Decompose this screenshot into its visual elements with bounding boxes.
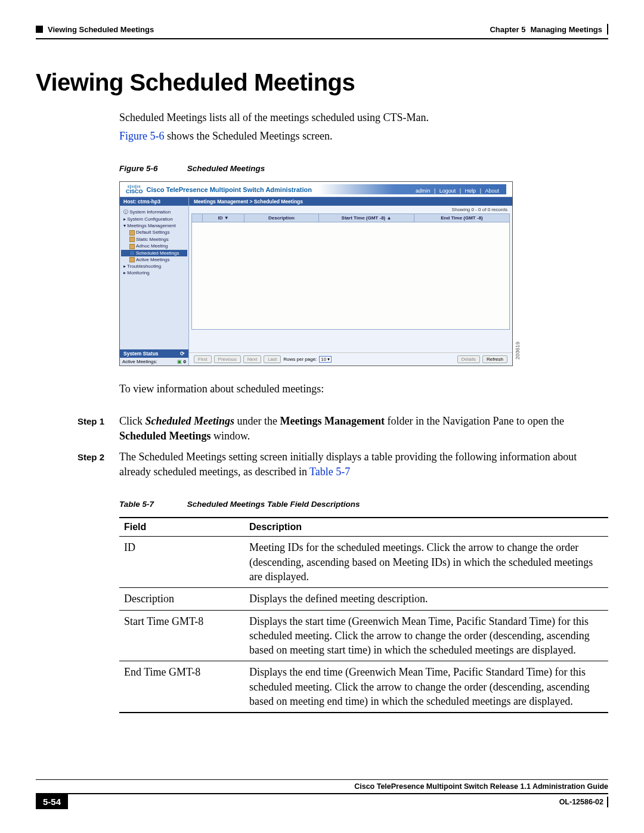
nav-monitoring[interactable]: ▸ Monitoring [121, 270, 187, 276]
step-2-label: Step 2 [78, 450, 119, 479]
table-row: Description Displays the defined meeting… [119, 588, 608, 610]
nav-default-settings[interactable]: Default Settings [121, 229, 187, 236]
header-bar-icon [607, 24, 608, 35]
cell-field: Start Time GMT-8 [119, 610, 244, 661]
cisco-logo-icon: ı|ıı|ıı CISCO [126, 184, 143, 194]
intro-p2-tail: shows the Scheduled Meetings screen. [165, 130, 333, 142]
rows-per-page-label: Rows per page: [283, 357, 317, 362]
last-button[interactable]: Last [264, 355, 281, 363]
step-1: Step 1 Click Scheduled Meetings under th… [119, 414, 608, 444]
first-button[interactable]: First [194, 355, 212, 363]
col-end-time[interactable]: End Time (GMT -8) [414, 214, 510, 222]
table-title: Scheduled Meetings Table Field Descripti… [187, 500, 360, 509]
page-header: Viewing Scheduled Meetings Chapter 5 Man… [36, 24, 608, 35]
user-label: admin [416, 188, 431, 194]
refresh-icon[interactable]: ⟳ [180, 351, 185, 357]
figure-title: Scheduled Meetings [187, 164, 265, 173]
banner: admin | Logout | Help | About [318, 184, 506, 194]
page-footer: Cisco TelePresence Multipoint Switch Rel… [36, 779, 608, 809]
details-button[interactable]: Details [457, 355, 480, 363]
chapter-title: Managing Meetings [530, 25, 602, 34]
meetings-table-body [191, 222, 510, 330]
rows-per-page-select[interactable]: 10 ▾ [319, 356, 332, 363]
table-row: Start Time GMT-8 Displays the start time… [119, 610, 608, 661]
nav-troubleshooting[interactable]: ▸ Troubleshooting [121, 263, 187, 270]
meetings-table-header: ID ▼ Description Start Time (GMT -8) ▲ E… [191, 213, 510, 222]
table-row: ID Meeting IDs for the scheduled meeting… [119, 537, 608, 588]
cell-desc: Displays the start time (Greenwich Mean … [244, 610, 608, 661]
cell-field: End Time GMT-8 [119, 661, 244, 713]
nav-system-information[interactable]: ⓘ System Information [121, 208, 187, 216]
figure-caption: Figure 5-6 Scheduled Meetings [119, 164, 608, 173]
nav-system-configuration[interactable]: ▸ System Configuration [121, 216, 187, 222]
system-status-header: System Status ⟳ [120, 349, 188, 358]
intro-p1: Scheduled Meetings lists all of the meet… [119, 110, 608, 125]
nav-adhoc-meeting[interactable]: Adhoc Meeting [121, 243, 187, 249]
nav-active-meetings[interactable]: Active Meetings [121, 256, 187, 263]
field-descriptions-table: Field Description ID Meeting IDs for the… [119, 517, 608, 713]
cell-field: Description [119, 588, 244, 610]
chapter-label: Chapter 5 [490, 25, 525, 34]
folder-icon [129, 244, 135, 249]
help-link[interactable]: Help [465, 188, 476, 194]
footer-guide-title: Cisco TelePresence Multipoint Switch Rel… [83, 780, 608, 793]
sidebar: Host: ctms-hp3 ⓘ System Information ▸ Sy… [120, 197, 189, 366]
table-footer: First Previous Next Last Rows per page: … [189, 352, 512, 366]
footer-bar-icon [607, 797, 608, 807]
header-links: admin | Logout | Help | About [413, 188, 501, 194]
previous-button[interactable]: Previous [214, 355, 241, 363]
after-figure-text: To view information about scheduled meet… [119, 382, 608, 397]
host-label: Host: ctms-hp3 [120, 197, 188, 206]
image-id: 203619 [515, 342, 521, 360]
step-1-label: Step 1 [78, 414, 119, 444]
folder-icon [129, 257, 135, 262]
section-name: Viewing Scheduled Meetings [48, 25, 154, 34]
table-caption: Table 5-7 Scheduled Meetings Table Field… [119, 500, 608, 509]
cell-desc: Displays the defined meeting description… [244, 588, 608, 610]
header-rule [36, 38, 608, 39]
records-count: Showing 0 - 0 of 0 records [189, 206, 512, 213]
intro-p2: Figure 5-6 shows the Scheduled Meetings … [119, 129, 608, 144]
figure-label: Figure 5-6 [119, 164, 185, 173]
folder-icon [129, 230, 135, 236]
nav-scheduled-meetings[interactable]: Scheduled Meetings [121, 250, 187, 256]
folder-icon [129, 250, 135, 256]
col-description[interactable]: Description [244, 214, 319, 222]
refresh-button[interactable]: Refresh [482, 355, 507, 363]
page-number: 5-54 [36, 794, 68, 809]
screenshot-figure: ı|ıı|ıı CISCO Cisco TelePresence Multipo… [119, 181, 513, 366]
logout-link[interactable]: Logout [439, 188, 456, 194]
cell-field: ID [119, 537, 244, 588]
doc-id: OL-12586-02 [559, 797, 608, 807]
nav-meetings-management[interactable]: ▾ Meetings Management [121, 222, 187, 229]
col-id[interactable]: ID ▼ [203, 214, 244, 222]
app-title: Cisco TelePresence Multipoint Switch Adm… [147, 186, 312, 193]
header-marker-icon [36, 26, 43, 33]
system-status-body: Active Meetings: ▣ 0 [120, 358, 188, 366]
th-description: Description [244, 518, 608, 537]
folder-icon [129, 237, 135, 242]
nav-tree: ⓘ System Information ▸ System Configurat… [120, 206, 188, 278]
table-row: End Time GMT-8 Displays the end time (Gr… [119, 661, 608, 713]
th-field: Field [119, 518, 244, 537]
step-2: Step 2 The Scheduled Meetings setting sc… [119, 450, 608, 479]
table-ref-link[interactable]: Table 5-7 [309, 466, 350, 478]
col-checkbox[interactable] [192, 214, 203, 222]
page-title: Viewing Scheduled Meetings [36, 69, 608, 96]
col-start-time[interactable]: Start Time (GMT -8) ▲ [319, 214, 414, 222]
nav-static-meetings[interactable]: Static Meetings [121, 236, 187, 243]
table-label: Table 5-7 [119, 500, 185, 509]
figure-ref-link[interactable]: Figure 5-6 [119, 130, 165, 142]
cell-desc: Displays the end time (Greenwich Mean Ti… [244, 661, 608, 713]
breadcrumb: Meetings Management > Scheduled Meetings [189, 197, 512, 206]
next-button[interactable]: Next [243, 355, 261, 363]
about-link[interactable]: About [485, 188, 499, 194]
cell-desc: Meeting IDs for the scheduled meetings. … [244, 537, 608, 588]
